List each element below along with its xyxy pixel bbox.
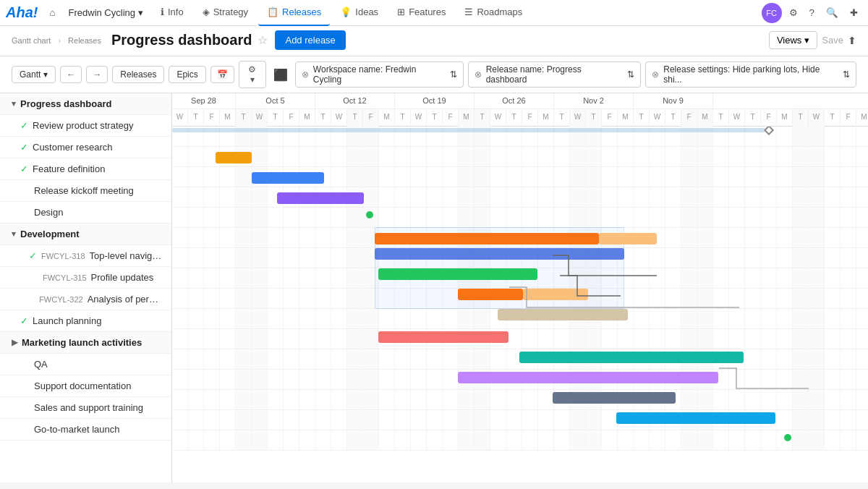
sidebar-item-go-to-market[interactable]: Go-to-market launch bbox=[0, 419, 171, 441]
sub-header-top: Gantt chart › Releases Progress dashboar… bbox=[12, 30, 856, 56]
bar-design-main[interactable] bbox=[375, 233, 599, 244]
bar-customer-research[interactable] bbox=[252, 172, 324, 184]
sidebar-item-customer-research[interactable]: ✓ Customer research bbox=[0, 137, 171, 158]
release-settings-pill[interactable]: ⊗ Release settings: Hide parking lots, H… bbox=[645, 61, 856, 88]
bar-feature-definition[interactable] bbox=[277, 192, 364, 204]
gantt-canvas: Sep 28 Oct 5 Oct 12 Oct 19 Oct 26 Nov 2 … bbox=[172, 93, 868, 482]
bar-fwcyl-315-ext[interactable] bbox=[523, 289, 588, 300]
add-release-button[interactable]: Add release bbox=[275, 30, 345, 50]
strategy-icon: ◈ bbox=[203, 7, 210, 17]
settings-toolbar-button[interactable]: ⚙ ▾ bbox=[239, 61, 266, 88]
nav-roadmaps[interactable]: ☰ Roadmaps bbox=[456, 0, 531, 26]
progress-dashboard-bar[interactable] bbox=[172, 128, 765, 132]
logo[interactable]: Aha! bbox=[6, 4, 38, 21]
search-button[interactable]: 🔍 bbox=[822, 4, 843, 21]
bar-design-light[interactable] bbox=[599, 233, 657, 244]
sidebar-item-feature-definition[interactable]: ✓ Feature definition bbox=[0, 158, 171, 180]
bar-qa[interactable] bbox=[458, 372, 718, 383]
sidebar-item-review-product[interactable]: ✓ Review product strategy bbox=[0, 115, 171, 137]
sidebar-item-label: Go-to-market launch bbox=[34, 424, 120, 435]
toolbar: Gantt ▾ ← → Releases Epics 📅 ⚙ ▾ ⬛ ⊗ Wor… bbox=[0, 56, 868, 93]
filter-remove-1[interactable]: ⊗ bbox=[302, 69, 309, 80]
gantt-dropdown[interactable]: Gantt ▾ bbox=[12, 66, 56, 83]
sidebar-item-qa[interactable]: QA bbox=[0, 354, 171, 375]
check-icon: ✓ bbox=[20, 163, 28, 174]
views-label: Views bbox=[777, 35, 801, 46]
bar-launch-planning[interactable] bbox=[378, 331, 509, 343]
releases-button[interactable]: Releases bbox=[112, 66, 164, 83]
breadcrumb-releases[interactable]: Releases bbox=[68, 36, 101, 45]
bar-fwcyl-315-main[interactable] bbox=[458, 289, 523, 300]
workspace-selector[interactable]: Fredwin Cycling ▾ bbox=[61, 4, 150, 21]
sidebar-item-launch-planning[interactable]: ✓ Launch planning bbox=[0, 310, 171, 332]
settings-button[interactable]: ⚙ bbox=[785, 4, 802, 21]
date-groups-row: Sep 28 Oct 5 Oct 12 Oct 19 Oct 26 Nov 2 … bbox=[172, 93, 868, 109]
home-button[interactable]: ⌂ bbox=[45, 4, 59, 21]
right-buttons: Views ▾ Save ⬆ bbox=[769, 31, 856, 49]
sidebar-item-release-kickoff[interactable]: Release kickoff meeting bbox=[0, 180, 171, 202]
save-button[interactable]: Save bbox=[822, 35, 843, 46]
sidebar-item-progress-dashboard[interactable]: ▾ Progress dashboard bbox=[0, 93, 171, 115]
nav-ideas-label: Ideas bbox=[355, 7, 378, 17]
sidebar-item-label: Top-level navigation re... bbox=[90, 250, 163, 261]
releases-icon: 📋 bbox=[267, 7, 278, 17]
date-group-nov9: Nov 9 bbox=[634, 93, 713, 109]
undo-button[interactable]: ← bbox=[60, 66, 82, 83]
bar-sales-training[interactable] bbox=[616, 412, 775, 424]
bar-marketing-launch[interactable] bbox=[519, 352, 744, 363]
sidebar-item-sales-training[interactable]: Sales and support training bbox=[0, 397, 171, 419]
milestone-release-kickoff[interactable] bbox=[366, 211, 373, 218]
sidebar-item-label: Sales and support training bbox=[34, 402, 143, 413]
page-title: Progress dashboard bbox=[111, 32, 252, 48]
help-button[interactable]: ? bbox=[805, 4, 819, 21]
date-group-sep28: Sep 28 bbox=[172, 93, 236, 109]
chevron-down-icon: ▾ bbox=[12, 99, 16, 109]
filter-remove-3[interactable]: ⊗ bbox=[652, 69, 659, 80]
epics-button[interactable]: Epics bbox=[169, 66, 205, 83]
nav-strategy[interactable]: ◈ Strategy bbox=[194, 0, 257, 26]
nav-info[interactable]: ℹ Info bbox=[152, 0, 192, 26]
check-icon: ✓ bbox=[20, 315, 28, 326]
milestone-go-to-market[interactable] bbox=[784, 434, 791, 441]
item-code: FWCYL-318 bbox=[41, 252, 85, 260]
nav-releases[interactable]: 📋 Releases bbox=[258, 0, 330, 26]
sidebar-item-development[interactable]: ▾ Development bbox=[0, 224, 171, 245]
sidebar-item-design[interactable]: Design bbox=[0, 202, 171, 224]
new-button[interactable]: ✚ bbox=[846, 4, 862, 21]
check-icon: ✓ bbox=[20, 120, 28, 131]
user-avatar[interactable]: FC bbox=[762, 3, 782, 23]
sidebar-item-fwcyl-322[interactable]: FWCYL-322 Analysis of personal race g... bbox=[0, 289, 171, 310]
bar-support-doc[interactable] bbox=[553, 392, 676, 404]
sidebar-item-label: Design bbox=[34, 207, 63, 218]
sidebar-item-support-doc[interactable]: Support documentation bbox=[0, 375, 171, 397]
item-code: FWCYL-322 bbox=[39, 295, 83, 304]
release-filter-pill[interactable]: ⊗ Release name: Progress dashboard ⇅ bbox=[468, 61, 642, 88]
filter-remove-2[interactable]: ⊗ bbox=[475, 69, 482, 80]
sidebar-item-marketing[interactable]: ▶ Marketing launch activities bbox=[0, 332, 171, 354]
star-button[interactable]: ☆ bbox=[258, 33, 268, 47]
bar-review-product[interactable] bbox=[216, 152, 252, 163]
sidebar-item-fwcyl-315[interactable]: FWCYL-315 Profile updates bbox=[0, 267, 171, 289]
nav-releases-label: Releases bbox=[282, 7, 321, 17]
nav-features[interactable]: ⊞ Features bbox=[388, 0, 454, 26]
bar-development-group[interactable] bbox=[375, 248, 624, 260]
views-button[interactable]: Views ▾ bbox=[769, 31, 817, 49]
redo-button[interactable]: → bbox=[86, 66, 108, 83]
bar-fwcyl-318[interactable] bbox=[378, 268, 537, 280]
gantt-arrow: ▾ bbox=[43, 69, 48, 80]
day-labels-row: WTFMTWTFMTWTFMTWTFMTWTFMTWTFMTWTFMTWTFMT… bbox=[172, 109, 868, 127]
export-button[interactable]: ⬆ bbox=[848, 35, 856, 46]
chevron-down-icon: ▾ bbox=[12, 229, 16, 239]
workspace-filter-arrow: ⇅ bbox=[450, 69, 457, 80]
release-settings-arrow: ⇅ bbox=[843, 69, 850, 80]
bar-fwcyl-322[interactable] bbox=[498, 309, 628, 320]
calendar-button[interactable]: 📅 bbox=[210, 66, 234, 83]
date-group-oct5: Oct 5 bbox=[236, 93, 315, 109]
workspace-filter-pill[interactable]: ⊗ Workspace name: Fredwin Cycling ⇅ bbox=[295, 61, 464, 88]
sidebar-item-label: Customer research bbox=[33, 142, 113, 153]
sidebar-item-fwcyl-318[interactable]: ✓ FWCYL-318 Top-level navigation re... bbox=[0, 245, 171, 267]
sidebar-group-label: Marketing launch activities bbox=[22, 337, 142, 348]
nav-ideas[interactable]: 💡 Ideas bbox=[331, 0, 387, 26]
filter-button[interactable]: ⬛ bbox=[271, 65, 291, 85]
info-icon: ℹ bbox=[161, 7, 164, 17]
